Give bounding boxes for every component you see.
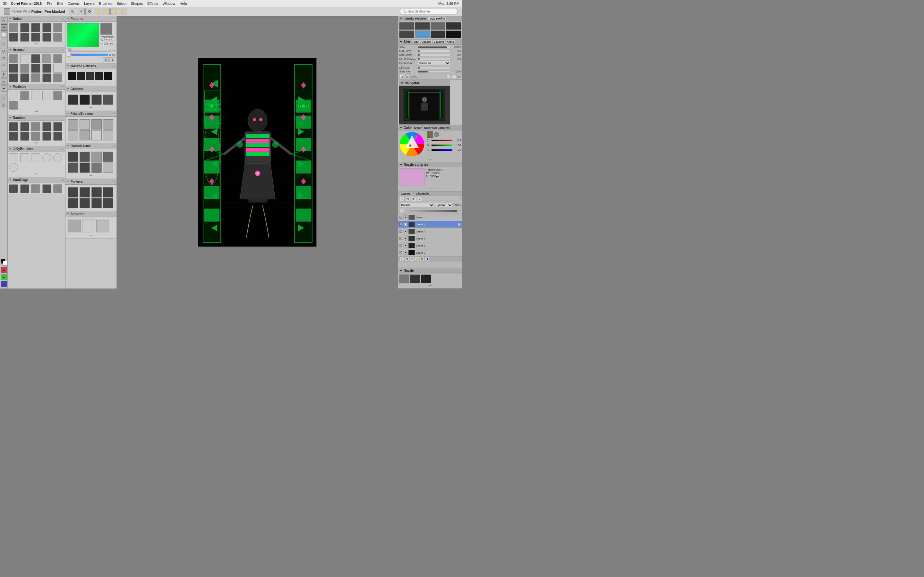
layers-bottom-btn-4[interactable]: 🔒 — [415, 257, 419, 261]
brush-item[interactable] — [31, 73, 40, 82]
nozzle-libraries-header[interactable]: ▼ Nozzle Libraries — [398, 162, 462, 167]
toolbar-btn-4[interactable]: ⚡ — [94, 8, 102, 15]
panel-jelly-header[interactable]: ▼ JellyBrushes ••• — [8, 146, 65, 152]
panel-arsenal-header[interactable]: ▼ Arsenal ••• — [8, 47, 65, 53]
brush-item[interactable] — [53, 54, 62, 63]
panel-robotic-header[interactable]: ▼ RoboticArms ••• — [65, 143, 116, 149]
r-slider[interactable] — [431, 139, 453, 141]
blend-mode-select[interactable]: Default Multiply Screen — [399, 203, 435, 207]
brush-item[interactable] — [20, 64, 29, 73]
size-slider-dir[interactable] — [418, 67, 451, 69]
tool-lasso[interactable]: ○ — [1, 41, 7, 47]
flower-item[interactable] — [103, 187, 113, 197]
brush-item[interactable] — [53, 73, 62, 82]
fabric-item[interactable] — [79, 130, 90, 140]
fabric-item[interactable] — [103, 119, 113, 129]
brush-item[interactable] — [31, 23, 40, 32]
layer-row-2b[interactable]: ● Layer 2 — [398, 249, 462, 256]
toolbar-btn-5[interactable]: ⚡ — [102, 8, 110, 15]
tool-text[interactable]: T — [1, 71, 7, 77]
tool-pen[interactable]: ✒ — [1, 85, 7, 92]
robotic-item[interactable] — [103, 152, 113, 162]
pattern-main-preview[interactable] — [67, 23, 99, 47]
brush-item[interactable] — [9, 73, 18, 82]
brush-item[interactable] — [42, 73, 51, 82]
tool-zoom[interactable]: ⌕ — [1, 95, 7, 101]
tool-shape[interactable]: ▭ — [1, 78, 7, 85]
tool-crop[interactable]: ⌗ — [1, 55, 7, 61]
brush-item[interactable] — [42, 153, 51, 162]
flower-item[interactable] — [103, 198, 113, 208]
layer-vis-lines[interactable]: ● — [404, 215, 407, 219]
menu-file[interactable]: File — [47, 2, 53, 5]
brush-item[interactable] — [9, 91, 18, 100]
b-slider[interactable] — [431, 149, 453, 151]
grobot-item[interactable] — [79, 95, 90, 105]
size-slider-step[interactable] — [418, 71, 451, 73]
nozzle-thumb-2[interactable] — [410, 274, 420, 284]
brush-item[interactable] — [20, 122, 29, 131]
panel-nukes-header[interactable]: ▼ Nukes ••• — [8, 16, 65, 22]
panel-masked-header[interactable]: ▼ Masked Patterns ••• — [65, 63, 116, 69]
layer-vis-2a[interactable]: ● — [404, 243, 407, 247]
stroke-thumb[interactable] — [415, 22, 430, 30]
pattern-thumb[interactable] — [100, 23, 112, 35]
masked-item[interactable] — [68, 72, 76, 80]
layer-vis-4a[interactable]: ● — [404, 222, 407, 226]
tab-size[interactable]: Size — [412, 40, 420, 44]
menu-edit[interactable]: Edit — [57, 2, 63, 5]
stroke-thumb[interactable] — [431, 31, 446, 38]
layers-btn-new[interactable]: + — [399, 197, 405, 201]
brush-item[interactable] — [9, 33, 18, 42]
robotic-item[interactable] — [68, 163, 78, 173]
robotic-item[interactable] — [91, 152, 102, 162]
size-slider-minsize[interactable] — [418, 50, 451, 52]
layer-vis-3[interactable]: ● — [404, 237, 407, 240]
stroke-thumb[interactable] — [415, 31, 430, 38]
pattern-scale-slider[interactable] — [71, 53, 108, 56]
g-slider[interactable] — [431, 144, 453, 146]
brush-item[interactable] — [53, 23, 62, 32]
zoom-btn-3[interactable] — [446, 75, 451, 79]
brush-item[interactable] — [53, 64, 62, 73]
layer-row-4b[interactable]: ● Layer 4 — [398, 228, 462, 235]
brush-item[interactable] — [31, 132, 40, 141]
brush-item[interactable] — [42, 23, 51, 32]
toolbar-btn-6[interactable]: ⚡ — [110, 8, 118, 15]
panel-random-header[interactable]: ▼ Random ••• — [8, 115, 65, 121]
secondary-color-swatch[interactable] — [434, 132, 439, 137]
nozzle-panel-header[interactable]: ▼ Nozzle — [398, 268, 462, 274]
layers-btn-down[interactable]: ↓ — [417, 197, 422, 201]
pattern-slider[interactable] — [71, 49, 111, 52]
toolbar-btn-7[interactable]: ⚡ — [119, 8, 126, 15]
brush-item[interactable] — [20, 184, 29, 193]
brush-item[interactable] — [31, 153, 40, 162]
tool-move[interactable]: ✛ — [1, 62, 7, 68]
brush-item[interactable] — [20, 91, 29, 100]
menu-layers[interactable]: Layers — [84, 2, 95, 5]
artwork-canvas[interactable] — [198, 58, 317, 247]
brush-item[interactable] — [9, 184, 18, 193]
masked-item[interactable] — [77, 72, 86, 80]
opacity-slider[interactable] — [405, 210, 457, 212]
panel-particles-header[interactable]: ▼ Particles ••• — [8, 84, 65, 90]
panel-fabric-header[interactable]: ▼ FabricStreams ••• — [65, 111, 116, 117]
tool-eyedropper[interactable]: 🖊 — [1, 102, 7, 108]
layer-row-3[interactable]: ● Layer 3 — [398, 235, 462, 242]
layer-row-4-active[interactable]: ● Layer 4 ✏ — [398, 221, 462, 228]
brush-item[interactable] — [53, 153, 62, 162]
brush-item[interactable] — [31, 91, 40, 100]
navigator-content[interactable] — [399, 86, 450, 124]
brush-item[interactable] — [9, 64, 18, 73]
brush-item[interactable] — [20, 73, 29, 82]
brush-item[interactable] — [42, 132, 51, 141]
fabric-item[interactable] — [68, 130, 78, 140]
toolbar-btn-3[interactable]: ⟲ — [86, 8, 93, 15]
stroke-thumb[interactable] — [399, 22, 414, 30]
masked-item[interactable] — [86, 72, 94, 80]
layer-vis-2b[interactable]: ● — [404, 251, 407, 255]
grobot-item[interactable] — [103, 95, 113, 105]
flower-item[interactable] — [91, 187, 102, 197]
tool-eraser[interactable]: ⬜ — [1, 31, 7, 38]
flower-item[interactable] — [68, 187, 78, 197]
